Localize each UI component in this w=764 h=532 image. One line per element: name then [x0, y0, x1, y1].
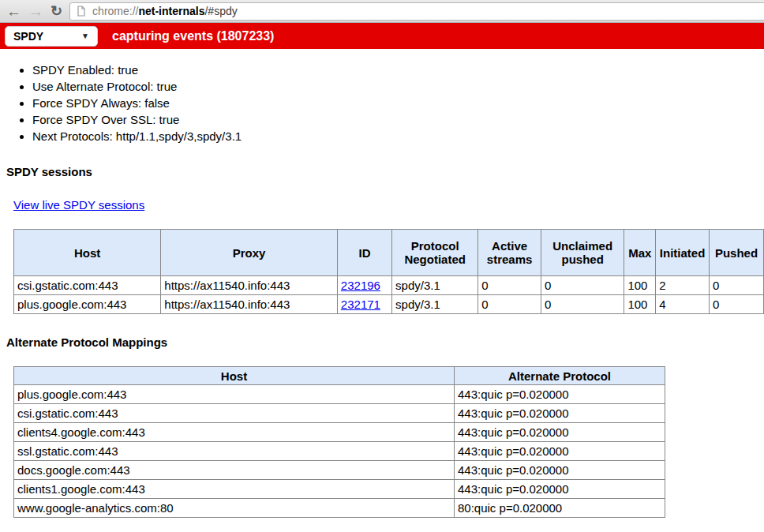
- col-header-active-streams: Active streams: [478, 230, 541, 276]
- address-bar[interactable]: chrome://net-internals/#spdy: [69, 2, 764, 21]
- cell-id: 232171: [337, 295, 391, 314]
- url-path: /#spdy: [204, 5, 237, 17]
- cell-max: 100: [624, 295, 656, 314]
- session-id-link[interactable]: 232171: [341, 298, 380, 311]
- col-header-id: ID: [337, 230, 391, 276]
- setting-next-protocols: Next Protocols: http/1.1,spdy/3,spdy/3.1: [32, 129, 764, 144]
- cell-host: docs.google.com:443: [14, 461, 455, 480]
- forward-icon[interactable]: →: [28, 4, 43, 19]
- cell-host: www.google-analytics.com:80: [14, 499, 455, 518]
- mapping-row: csi.gstatic.com:443 443:quic p=0.020000: [14, 404, 665, 423]
- alternate-protocol-heading: Alternate Protocol Mappings: [6, 335, 764, 349]
- session-id-link[interactable]: 232196: [341, 279, 380, 292]
- capture-status-text: capturing events (1807233): [112, 29, 274, 43]
- url-text: chrome://net-internals/#spdy: [92, 5, 238, 17]
- session-row: plus.google.com:443 https://ax11540.info…: [14, 295, 764, 314]
- cell-unclaimed-pushed: 0: [541, 295, 624, 314]
- cell-alternate-protocol: 443:quic p=0.020000: [455, 385, 665, 404]
- cell-proxy: https://ax11540.info:443: [161, 295, 338, 314]
- col-header-alternate-protocol: Alternate Protocol: [455, 367, 665, 385]
- mapping-row: clients4.google.com:443 443:quic p=0.020…: [14, 423, 665, 442]
- cell-pushed: 0: [709, 295, 763, 314]
- cell-host: plus.google.com:443: [14, 385, 455, 404]
- col-header-max: Max: [624, 230, 656, 276]
- mapping-row: docs.google.com:443 443:quic p=0.020000: [14, 461, 665, 480]
- mapping-row: plus.google.com:443 443:quic p=0.020000: [14, 385, 665, 404]
- view-live-spdy-sessions-link[interactable]: View live SPDY sessions: [13, 198, 144, 212]
- mapping-row: ssl.gstatic.com:443 443:quic p=0.020000: [14, 442, 665, 461]
- setting-spdy-enabled: SPDY Enabled: true: [32, 62, 764, 77]
- spdy-settings-list: SPDY Enabled: true Use Alternate Protoco…: [0, 62, 764, 144]
- alternate-header-row: Host Alternate Protocol: [14, 367, 665, 385]
- cell-alternate-protocol: 443:quic p=0.020000: [455, 404, 665, 423]
- cell-host: plus.google.com:443: [14, 295, 161, 314]
- view-selector-dropdown[interactable]: SPDY ▼: [5, 26, 98, 47]
- cell-id: 232196: [337, 276, 391, 295]
- col-header-proxy: Proxy: [161, 230, 338, 276]
- browser-toolbar: ← → ↻ chrome://net-internals/#spdy: [0, 0, 764, 23]
- chevron-down-icon: ▼: [81, 32, 89, 40]
- col-header-protocol-negotiated: Protocol Negotiated: [392, 230, 478, 276]
- cell-host: ssl.gstatic.com:443: [14, 442, 455, 461]
- cell-alternate-protocol: 443:quic p=0.020000: [455, 442, 665, 461]
- cell-unclaimed-pushed: 0: [541, 276, 624, 295]
- setting-force-spdy-always: Force SPDY Always: false: [32, 96, 764, 111]
- cell-host: clients4.google.com:443: [14, 423, 455, 442]
- reload-icon[interactable]: ↻: [51, 4, 62, 18]
- cell-protocol: spdy/3.1: [392, 295, 478, 314]
- cell-proxy: https://ax11540.info:443: [161, 276, 338, 295]
- cell-active-streams: 0: [478, 276, 541, 295]
- col-header-unclaimed-pushed: Unclaimed pushed: [541, 230, 624, 276]
- capture-events-bar: SPDY ▼ capturing events (1807233): [0, 23, 764, 49]
- alternate-protocol-table: Host Alternate Protocol plus.google.com:…: [13, 366, 665, 518]
- cell-alternate-protocol: 443:quic p=0.020000: [455, 423, 665, 442]
- mapping-row: www.google-analytics.com:80 80:quic p=0.…: [14, 499, 665, 518]
- spdy-sessions-heading: SPDY sessions: [6, 165, 764, 178]
- cell-max: 100: [624, 276, 656, 295]
- col-header-initiated: Initiated: [656, 230, 710, 276]
- cell-alternate-protocol: 443:quic p=0.020000: [455, 480, 665, 499]
- session-row: csi.gstatic.com:443 https://ax11540.info…: [14, 276, 764, 295]
- cell-host: clients1.google.com:443: [14, 480, 455, 499]
- cell-initiated: 4: [656, 295, 710, 314]
- setting-use-alternate-protocol: Use Alternate Protocol: true: [32, 79, 764, 94]
- page-document-icon: [77, 6, 86, 17]
- back-icon[interactable]: ←: [6, 4, 21, 19]
- cell-host: csi.gstatic.com:443: [14, 276, 161, 295]
- col-header-pushed: Pushed: [709, 230, 763, 276]
- cell-host: csi.gstatic.com:443: [14, 404, 455, 423]
- cell-active-streams: 0: [478, 295, 541, 314]
- cell-protocol: spdy/3.1: [392, 276, 478, 295]
- url-host: net-internals: [138, 5, 204, 17]
- col-header-host: Host: [14, 367, 455, 385]
- cell-initiated: 2: [656, 276, 710, 295]
- setting-force-spdy-over-ssl: Force SPDY Over SSL: true: [32, 112, 764, 127]
- sessions-header-row: Host Proxy ID Protocol Negotiated Active…: [14, 230, 764, 276]
- view-selector-value: SPDY: [13, 30, 43, 43]
- cell-alternate-protocol: 80:quic p=0.020000: [455, 499, 665, 518]
- url-scheme: chrome://: [92, 5, 138, 17]
- cell-pushed: 0: [709, 276, 763, 295]
- spdy-sessions-table: Host Proxy ID Protocol Negotiated Active…: [13, 229, 764, 314]
- mapping-row: clients1.google.com:443 443:quic p=0.020…: [14, 480, 665, 499]
- cell-alternate-protocol: 443:quic p=0.020000: [455, 461, 665, 480]
- col-header-host: Host: [14, 230, 161, 276]
